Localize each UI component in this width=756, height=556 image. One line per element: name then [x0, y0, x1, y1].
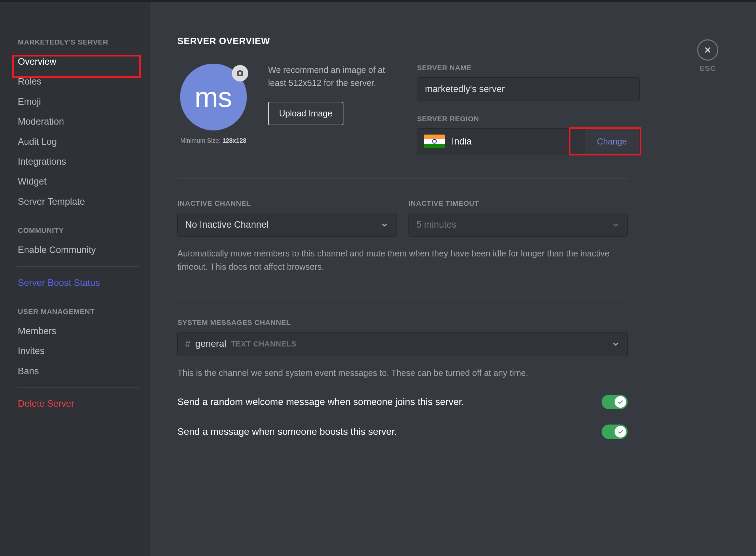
system-helper-text: This is the channel we send system event…: [177, 366, 628, 380]
sidebar-item-integrations[interactable]: Integrations: [17, 152, 139, 172]
hash-icon: #: [185, 339, 191, 350]
close-icon: [697, 39, 718, 61]
chevron-down-icon: [380, 221, 389, 229]
sidebar-item-invites[interactable]: Invites: [17, 341, 139, 361]
inactive-timeout-select[interactable]: 5 minutes: [408, 213, 628, 237]
india-flag-icon: [424, 135, 445, 148]
server-region-label: SERVER REGION: [417, 115, 640, 123]
sidebar-item-server-boost[interactable]: Server Boost Status: [17, 273, 139, 293]
sidebar-header-user-mgmt: USER MANAGEMENT: [17, 305, 139, 318]
sidebar-item-bans[interactable]: Bans: [17, 361, 139, 381]
settings-sidebar: MARKETEDLY'S SERVER Overview Roles Emoji…: [0, 2, 150, 556]
chevron-down-icon: [612, 221, 620, 229]
inactive-helper-text: Automatically move members to this chann…: [177, 247, 628, 274]
sidebar-item-audit-log[interactable]: Audit Log: [17, 132, 139, 152]
page-title: SERVER OVERVIEW: [177, 36, 732, 47]
sidebar-divider: [17, 299, 139, 299]
inactive-channel-label: INACTIVE CHANNEL: [177, 199, 396, 207]
system-channel-category: TEXT CHANNELS: [231, 340, 297, 349]
sidebar-header-community: COMMUNITY: [17, 224, 139, 237]
sidebar-item-emoji[interactable]: Emoji: [17, 92, 139, 112]
upload-image-icon[interactable]: [232, 65, 248, 81]
inactive-timeout-label: INACTIVE TIMEOUT: [408, 199, 628, 207]
sidebar-item-members[interactable]: Members: [17, 321, 139, 341]
annotation-highlight-overview: [12, 55, 141, 78]
sidebar-divider: [17, 266, 139, 267]
sidebar-item-moderation[interactable]: Moderation: [17, 112, 139, 131]
system-channel-label: SYSTEM MESSAGES CHANNEL: [177, 318, 732, 327]
sidebar-item-delete-server[interactable]: Delete Server: [17, 394, 139, 414]
settings-content: ESC SERVER OVERVIEW ms Minimum Size: 128…: [150, 2, 756, 556]
toggle-welcome-label: Send a random welcome message when someo…: [177, 396, 464, 407]
close-label: ESC: [697, 64, 718, 73]
sidebar-header-server: MARKETEDLY'S SERVER: [17, 36, 139, 48]
content-divider: [177, 298, 628, 298]
toggle-boost-label: Send a message when someone boosts this …: [177, 426, 397, 437]
sidebar-divider: [17, 218, 139, 218]
sidebar-divider: [17, 387, 139, 388]
server-name-label: SERVER NAME: [417, 64, 640, 72]
chevron-down-icon: [612, 340, 620, 348]
image-recommend-text: We recommend an image of at least 512x51…: [268, 64, 398, 89]
server-name-input[interactable]: [417, 77, 640, 101]
toggle-boost-switch[interactable]: [602, 425, 628, 439]
system-channel-select[interactable]: # general TEXT CHANNELS: [177, 332, 628, 356]
system-channel-name: general: [196, 339, 226, 349]
content-divider: [177, 178, 628, 179]
inactive-channel-select[interactable]: No Inactive Channel: [177, 213, 396, 237]
sidebar-item-server-template[interactable]: Server Template: [17, 192, 139, 212]
region-name: India: [452, 136, 472, 147]
sidebar-item-enable-community[interactable]: Enable Community: [17, 240, 139, 260]
close-button[interactable]: ESC: [697, 39, 718, 73]
upload-image-button[interactable]: Upload Image: [268, 102, 343, 125]
min-size-hint: Minimum Size: 128x128: [177, 137, 249, 144]
sidebar-item-widget[interactable]: Widget: [17, 172, 139, 191]
annotation-highlight-change: [569, 127, 641, 155]
toggle-welcome-switch[interactable]: [602, 395, 628, 409]
